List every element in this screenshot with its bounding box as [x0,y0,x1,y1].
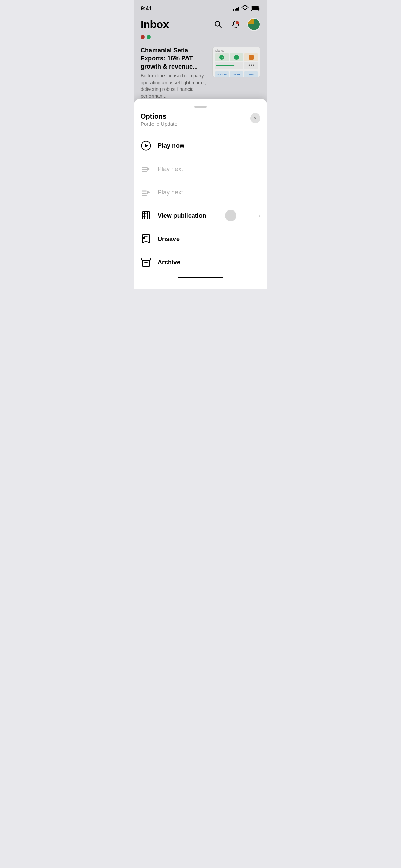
drag-handle [194,106,207,108]
article-1-thumbnail: Glance D ★★★ [212,47,260,77]
signal-bars-icon [233,7,239,11]
play-next-1-icon [141,164,151,174]
svg-marker-11 [147,167,150,171]
wifi-icon [241,5,249,12]
play-now-icon [141,140,151,151]
home-indicator [178,277,223,278]
article-card-1[interactable]: Chamanlal Setia Exports: 16% PAT growth … [134,42,267,105]
status-time: 9:41 [141,5,152,12]
svg-rect-2 [252,7,259,10]
article-1-title: Chamanlal Setia Exports: 16% PAT growth … [141,47,208,71]
status-bar: 9:41 [134,0,267,15]
play-next-2-item[interactable]: Play next [134,181,267,204]
svg-rect-10 [142,171,147,172]
svg-rect-13 [142,192,147,193]
battery-icon [251,6,260,11]
svg-point-5 [237,22,239,24]
sheet-subtitle: Portfolio Update [141,121,178,127]
search-icon [214,20,222,29]
article-1-subtitle: Bottom-line focused company operating an… [141,73,208,99]
options-sheet: Options Portfolio Update × Play now Pla [134,99,267,289]
play-next-2-icon [141,187,151,198]
svg-marker-16 [147,191,150,194]
view-publication-icon [141,210,151,221]
view-publication-item[interactable]: View publication › [134,204,267,227]
archive-icon [141,257,151,268]
sheet-title: Options [141,112,178,120]
filter-dots [134,35,267,42]
archive-label: Archive [158,259,260,266]
chevron-right-icon: › [258,212,260,219]
svg-rect-26 [142,258,150,260]
page-title: Inbox [141,18,169,31]
play-next-1-label: Play next [158,166,260,173]
search-button[interactable] [212,18,224,31]
notification-bell-icon [231,20,240,29]
svg-marker-7 [145,144,148,147]
svg-rect-8 [142,167,147,168]
svg-rect-14 [142,193,147,194]
play-now-label: Play now [158,142,260,149]
filter-dot-red[interactable] [141,35,145,39]
play-next-2-label: Play next [158,189,260,196]
svg-rect-12 [142,190,147,191]
unsave-label: Unsave [158,236,260,243]
view-publication-label: View publication [158,212,252,219]
svg-rect-18 [144,212,150,219]
sheet-header: Options Portfolio Update × [134,112,267,131]
svg-rect-15 [142,195,147,196]
archive-item[interactable]: Archive [134,251,267,274]
svg-rect-17 [142,212,148,219]
status-icons [233,5,260,12]
sheet-close-button[interactable]: × [250,113,260,123]
avatar[interactable] [247,18,260,31]
article-1-text: Chamanlal Setia Exports: 16% PAT growth … [141,47,208,100]
sheet-divider [141,131,260,131]
notifications-button[interactable] [230,18,242,31]
header-action-icons [212,18,260,31]
close-icon: × [254,116,257,121]
svg-rect-9 [142,169,147,170]
unsave-item[interactable]: Unsave [134,227,267,251]
unsave-icon [141,233,151,244]
filter-dot-green[interactable] [147,35,151,39]
svg-point-0 [245,11,245,11]
drag-indicator-dot [225,210,236,221]
inbox-header: Inbox [134,15,267,35]
play-next-1-item[interactable]: Play next [134,157,267,181]
play-now-item[interactable]: Play now [134,134,267,157]
